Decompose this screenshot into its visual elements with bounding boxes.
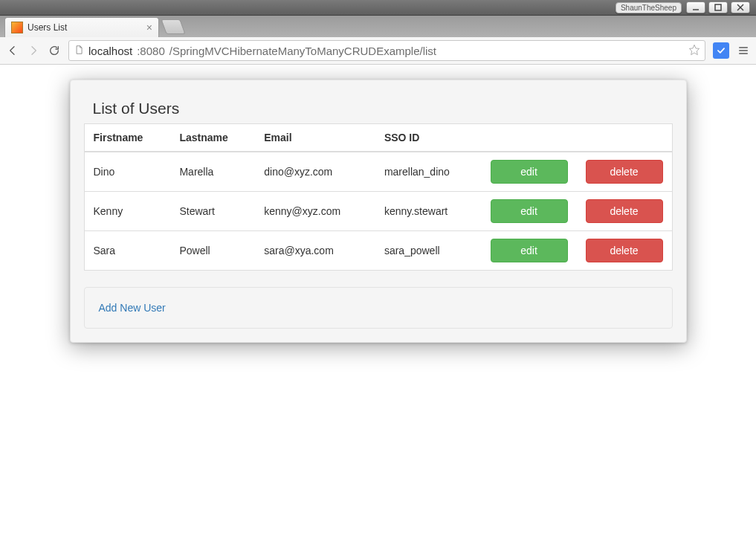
- favicon-icon: [11, 22, 23, 33]
- new-tab-button[interactable]: [161, 19, 185, 34]
- address-bar[interactable]: localhost:8080/SpringMVCHibernateManyToM…: [68, 40, 705, 61]
- cell-firstname: Dino: [84, 152, 170, 192]
- table-row: Dino Marella dino@xyz.com marellan_dino …: [84, 152, 672, 192]
- delete-button[interactable]: delete: [586, 239, 663, 262]
- cell-email: sara@xya.com: [255, 231, 375, 271]
- url-port: :8080: [137, 45, 165, 57]
- cell-email: dino@xyz.com: [255, 152, 375, 192]
- page-title: List of Users: [84, 94, 673, 123]
- users-panel: List of Users Firstname Lastname Email S…: [70, 80, 687, 343]
- svg-rect-1: [715, 4, 721, 10]
- os-titlebar: ShaunTheSheep: [0, 0, 756, 16]
- delete-button[interactable]: delete: [586, 199, 663, 223]
- edit-button[interactable]: edit: [491, 239, 568, 262]
- cell-firstname: Sara: [84, 231, 170, 271]
- browser-window: Users List × localhost:8080/SpringMVCHib…: [0, 16, 756, 539]
- cell-lastname: Stewart: [170, 192, 255, 231]
- back-button[interactable]: [6, 44, 19, 57]
- table-row: Kenny Stewart kenny@xyz.com kenny.stewar…: [84, 192, 672, 231]
- os-user-badge: ShaunTheSheep: [616, 2, 682, 13]
- delete-button[interactable]: delete: [586, 160, 663, 184]
- extension-button[interactable]: [713, 42, 729, 59]
- edit-button[interactable]: edit: [491, 199, 568, 223]
- cell-lastname: Marella: [170, 152, 255, 192]
- cell-lastname: Powell: [170, 231, 255, 271]
- browser-tab[interactable]: Users List ×: [4, 17, 159, 37]
- cell-ssoid: marellan_dino: [375, 152, 482, 192]
- users-table: Firstname Lastname Email SSO ID Dino Mar…: [84, 123, 673, 271]
- page-viewport: List of Users Firstname Lastname Email S…: [0, 65, 756, 539]
- tab-title: Users List: [28, 22, 67, 33]
- cell-email: kenny@xyz.com: [255, 192, 375, 231]
- window-maximize-button[interactable]: [708, 1, 728, 13]
- forward-button[interactable]: [27, 44, 40, 57]
- col-header-edit: [482, 124, 577, 152]
- col-header-lastname: Lastname: [170, 124, 255, 152]
- edit-button[interactable]: edit: [491, 160, 568, 184]
- col-header-email: Email: [255, 124, 375, 152]
- add-user-well: Add New User: [84, 287, 673, 329]
- window-minimize-button[interactable]: [686, 1, 705, 13]
- browser-toolbar: localhost:8080/SpringMVCHibernateManyToM…: [0, 37, 756, 65]
- window-close-button[interactable]: [731, 1, 750, 13]
- col-header-ssoid: SSO ID: [375, 124, 482, 152]
- cell-ssoid: kenny.stewart: [375, 192, 482, 231]
- url-host: localhost: [88, 45, 132, 57]
- browser-menu-button[interactable]: [737, 44, 750, 57]
- url-path: /SpringMVCHibernateManyToManyCRUDExample…: [169, 45, 436, 57]
- cell-firstname: Kenny: [84, 192, 170, 231]
- add-user-link[interactable]: Add New User: [99, 302, 166, 314]
- page-icon: [74, 45, 84, 57]
- tab-strip: Users List ×: [0, 16, 756, 37]
- bookmark-star-icon[interactable]: [688, 44, 700, 58]
- col-header-firstname: Firstname: [84, 124, 170, 152]
- cell-ssoid: sara_powell: [375, 231, 482, 271]
- svg-marker-4: [689, 45, 699, 54]
- tab-close-icon[interactable]: ×: [146, 22, 152, 33]
- col-header-delete: [577, 124, 673, 152]
- table-row: Sara Powell sara@xya.com sara_powell edi…: [84, 231, 672, 271]
- reload-button[interactable]: [48, 44, 61, 57]
